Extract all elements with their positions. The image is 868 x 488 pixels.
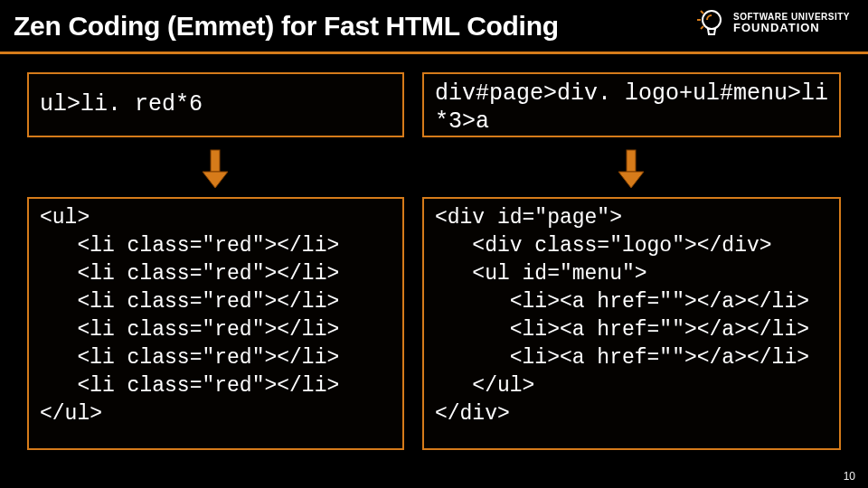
lightbulb-icon (692, 5, 728, 42)
brand-line2: FOUNDATION (733, 22, 850, 34)
svg-marker-5 (203, 172, 228, 188)
page-number: 10 (844, 470, 855, 483)
slide-title: Zen Coding (Emmet) for Fast HTML Coding (14, 11, 559, 42)
brand-logo: SOFTWARE UNIVERSITY FOUNDATION (692, 5, 850, 42)
brand-text: SOFTWARE UNIVERSITY FOUNDATION (733, 13, 850, 34)
emmet-output-right: <div id="page"> <div class="logo"></div>… (422, 197, 841, 450)
svg-point-0 (703, 11, 721, 29)
emmet-input-left: ul>li. red*6 (27, 72, 404, 137)
arrow-down-icon (422, 145, 841, 193)
svg-line-3 (701, 26, 703, 29)
svg-rect-4 (211, 150, 220, 172)
svg-marker-7 (618, 172, 644, 188)
example-right: div#page>div. logo+ul#menu>li *3>a <div … (422, 72, 841, 450)
svg-rect-6 (627, 150, 636, 172)
example-left: ul>li. red*6 <ul> <li class="red"></li> … (27, 72, 404, 450)
svg-line-2 (701, 11, 703, 14)
arrow-down-icon (27, 145, 404, 193)
emmet-output-left: <ul> <li class="red"></li> <li class="re… (27, 197, 404, 450)
emmet-input-right: div#page>div. logo+ul#menu>li *3>a (422, 72, 841, 137)
